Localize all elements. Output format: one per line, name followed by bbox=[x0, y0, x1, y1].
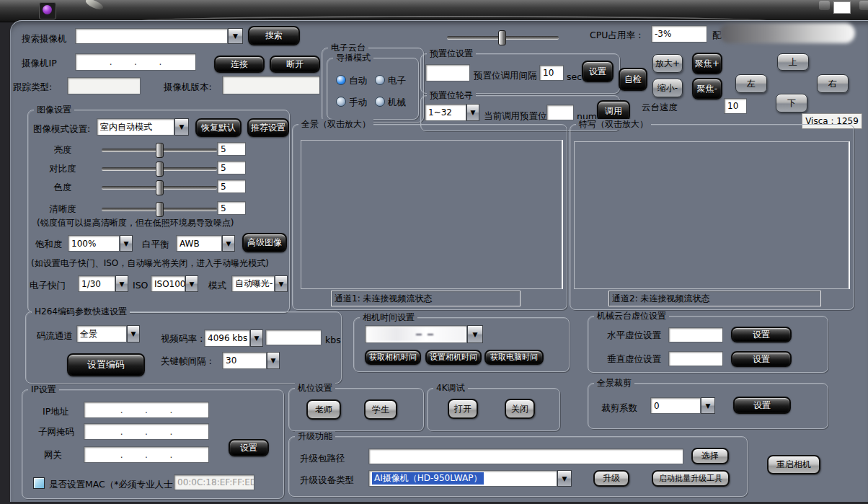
shutter-dropdown-arrow-icon[interactable] bbox=[115, 275, 128, 292]
set-encoding-button[interactable]: 设置编码 bbox=[67, 353, 145, 376]
focus-out-button[interactable]: 聚焦- bbox=[692, 78, 722, 100]
bitrate-combobox[interactable]: 4096 kbs bbox=[204, 330, 250, 347]
open-4k-button[interactable]: 打开 bbox=[448, 399, 478, 419]
sharpness-slider-track[interactable] bbox=[102, 208, 217, 211]
titlebar-edge-icon[interactable] bbox=[859, 1, 868, 10]
preset-range-dropdown-arrow-icon[interactable] bbox=[466, 104, 479, 121]
ip-address-input[interactable]: . . . bbox=[84, 402, 209, 418]
exposure-mode-dropdown-arrow-icon[interactable] bbox=[275, 275, 288, 292]
subnet-mask-input[interactable]: . . . bbox=[84, 423, 209, 440]
ptz-speed-value[interactable]: 10 bbox=[724, 98, 747, 114]
closeup-video-area[interactable] bbox=[574, 141, 850, 289]
horizontal-virtual-input[interactable] bbox=[668, 327, 723, 342]
close-4k-button[interactable]: 关闭 bbox=[505, 399, 535, 419]
search-camera-combobox[interactable] bbox=[75, 28, 228, 44]
horizontal-virtual-set-button[interactable]: 设置 bbox=[731, 327, 792, 342]
vertical-virtual-input[interactable] bbox=[668, 351, 723, 366]
ptz-up-button[interactable]: 上 bbox=[777, 53, 809, 71]
camera-time-dropdown-arrow-icon[interactable] bbox=[467, 325, 483, 343]
iso-combobox[interactable]: ISO100 bbox=[151, 275, 185, 292]
crop-set-button[interactable]: 设置 bbox=[733, 397, 791, 414]
search-camera-dropdown-arrow-icon[interactable] bbox=[228, 28, 243, 44]
upgrade-type-dropdown-arrow-icon[interactable] bbox=[557, 470, 572, 487]
keyframe-dropdown-arrow-icon[interactable] bbox=[267, 352, 280, 369]
ip-set-button[interactable]: 设置 bbox=[229, 439, 269, 456]
camera-ip-input[interactable]: . . . bbox=[75, 53, 196, 71]
student-button[interactable]: 学生 bbox=[364, 399, 397, 420]
mac-checkbox[interactable] bbox=[33, 477, 45, 489]
contrast-slider-track[interactable] bbox=[102, 167, 217, 171]
bitrate-dropdown-arrow-icon[interactable] bbox=[250, 330, 263, 347]
contrast-value[interactable]: 5 bbox=[217, 161, 246, 174]
vertical-virtual-set-button[interactable]: 设置 bbox=[731, 351, 792, 367]
zoom-out-button[interactable]: 缩小- bbox=[652, 79, 683, 97]
panorama-video-area[interactable] bbox=[301, 140, 563, 289]
titlebar-help-icon[interactable] bbox=[819, 1, 830, 10]
preset-range-combobox[interactable]: 1~32 bbox=[425, 104, 466, 121]
upgrade-button[interactable]: 升级 bbox=[593, 470, 629, 487]
disconnect-button[interactable]: 断开 bbox=[270, 56, 320, 73]
radio-auto[interactable] bbox=[336, 75, 346, 85]
contrast-slider-thumb[interactable] bbox=[156, 162, 164, 177]
brightness-value[interactable]: 5 bbox=[217, 142, 246, 156]
stream-channel-dropdown-arrow-icon[interactable] bbox=[127, 325, 140, 342]
preset-set-button[interactable]: 设置 bbox=[582, 61, 614, 82]
ptz-right-button[interactable]: 右 bbox=[817, 74, 849, 93]
get-pc-time-button[interactable]: 获取电脑时间 bbox=[484, 350, 544, 365]
self-check-button[interactable]: 自检 bbox=[619, 68, 647, 91]
titlebar-window-icon[interactable] bbox=[833, 1, 851, 14]
select-package-button[interactable]: 选择 bbox=[691, 448, 729, 464]
shutter-combobox[interactable]: 1/30 bbox=[78, 275, 115, 292]
ptz-left-button[interactable]: 左 bbox=[735, 74, 767, 93]
preset-interval-value[interactable]: 10 bbox=[539, 65, 564, 81]
camera-time-combobox[interactable] bbox=[365, 325, 467, 343]
mac-address-input[interactable]: 00:0C:18:EF:FF:ED bbox=[174, 474, 254, 490]
sharpness-slider-thumb[interactable] bbox=[156, 202, 164, 217]
radio-mechanical[interactable] bbox=[375, 97, 385, 107]
advanced-image-button[interactable]: 高级图像 bbox=[242, 233, 287, 252]
sharpness-value[interactable]: 5 bbox=[217, 201, 246, 215]
image-mode-combobox[interactable]: 室内自动模式 bbox=[97, 118, 174, 136]
batch-upgrade-tool-button[interactable]: 启动批量升级工具 bbox=[652, 470, 730, 487]
crop-factor-dropdown-arrow-icon[interactable] bbox=[701, 397, 715, 414]
preset-number-input[interactable] bbox=[425, 64, 470, 81]
upgrade-path-input[interactable] bbox=[368, 448, 683, 464]
connect-button[interactable]: 连接 bbox=[214, 56, 265, 73]
top-slider-track[interactable] bbox=[447, 36, 559, 40]
brightness-slider-thumb[interactable] bbox=[156, 143, 164, 158]
brightness-slider-track[interactable] bbox=[102, 149, 217, 152]
white-balance-dropdown-arrow-icon[interactable] bbox=[222, 235, 235, 252]
ptz-down-button[interactable]: 下 bbox=[776, 94, 807, 112]
radio-manual-label: 手动 bbox=[349, 97, 367, 109]
bitrate-custom-input[interactable] bbox=[265, 330, 322, 345]
chroma-value[interactable]: 5 bbox=[217, 180, 246, 193]
recommend-settings-button[interactable]: 推荐设置 bbox=[247, 118, 289, 137]
stream-channel-combobox[interactable]: 全景 bbox=[76, 325, 127, 342]
saturation-dropdown-arrow-icon[interactable] bbox=[120, 235, 133, 252]
teacher-button[interactable]: 老师 bbox=[306, 399, 341, 420]
image-mode-dropdown-arrow-icon[interactable] bbox=[174, 118, 189, 136]
radio-manual[interactable] bbox=[336, 97, 346, 107]
search-button[interactable]: 搜索 bbox=[248, 26, 300, 45]
upgrade-type-combobox[interactable]: AI摄像机（HD-950LWAP） bbox=[368, 470, 557, 487]
chroma-slider-thumb[interactable] bbox=[156, 180, 164, 195]
radio-electronic[interactable] bbox=[375, 75, 385, 85]
gateway-input[interactable]: . . . bbox=[84, 446, 209, 463]
stream-channel-label: 码流通道 bbox=[37, 330, 73, 342]
crop-factor-combobox[interactable]: 0 bbox=[650, 397, 701, 414]
keyframe-combobox[interactable]: 30 bbox=[222, 352, 267, 369]
white-balance-combobox[interactable]: AWB bbox=[176, 235, 222, 252]
focus-in-button[interactable]: 聚焦+ bbox=[692, 53, 722, 74]
exposure-mode-combobox[interactable]: 自动曝光- bbox=[231, 275, 275, 292]
iso-dropdown-arrow-icon[interactable] bbox=[185, 275, 198, 292]
set-camera-time-button[interactable]: 设置相机时间 bbox=[425, 350, 482, 365]
channel1-status: 通道1: 未连接视频流状态 bbox=[331, 291, 521, 306]
restore-default-button[interactable]: 恢复默认 bbox=[195, 118, 242, 137]
zoom-in-button[interactable]: 放大+ bbox=[652, 54, 683, 73]
top-slider-thumb[interactable] bbox=[498, 30, 506, 45]
reboot-camera-button[interactable]: 重启相机 bbox=[767, 455, 820, 474]
current-preset-input[interactable] bbox=[546, 105, 574, 120]
saturation-combobox[interactable]: 100% bbox=[68, 235, 120, 252]
get-camera-time-button[interactable]: 获取相机时间 bbox=[365, 350, 421, 365]
chroma-slider-track[interactable] bbox=[102, 186, 217, 190]
